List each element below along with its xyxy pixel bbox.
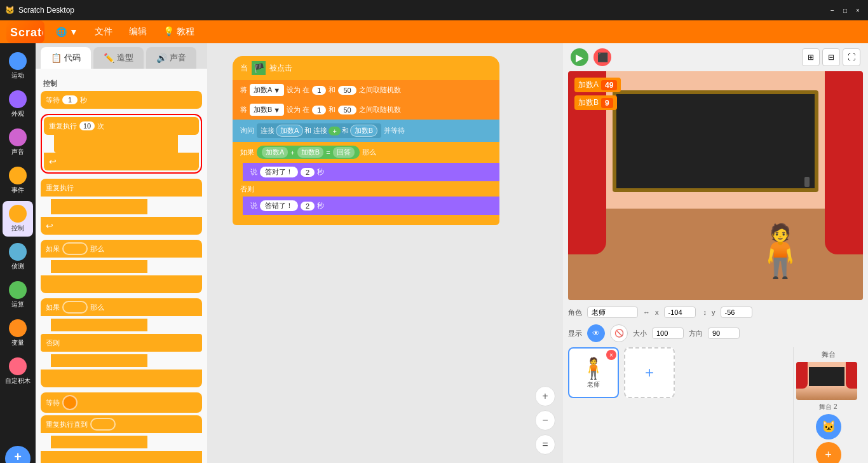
repeat-forever-block[interactable]: 重复执行 [41,179,202,197]
close-button[interactable]: × [853,5,863,15]
repeat-highlighted-block: 重复执行 10 次 ↩ [41,114,202,174]
window-controls: − □ × [827,5,863,15]
stage-character: 🧍 [749,154,812,281]
sidebar-item-events[interactable]: 事件 [3,163,33,198]
else-label: 否则 [233,181,499,197]
app-title: 🐱 Scratch Desktop [5,6,74,15]
script-container: 当 🏴 被点击 将 加数A▼ 设为 在 1 和 50 之间取随机数 [233,56,499,225]
var-b-display: 加数B 9 [574,95,617,110]
add-extension-button[interactable]: + [5,446,31,463]
edit-menu-label: 编辑 [129,26,147,38]
main-script: 当 🏴 被点击 将 加数A▼ 设为 在 1 和 50 之间取随机数 [233,56,499,225]
wait-until-block[interactable]: 等待 [41,392,202,413]
hat-block[interactable]: 当 🏴 被点击 [233,56,499,80]
dir-label: 方向 [689,329,703,338]
sprite-column: × 🧍 老师 + [568,347,788,398]
blocks-panel: 📋 代码 ✏️ 造型 🔊 声音 控制 [36,43,207,463]
stage-controls: ▶ ⬛ [571,48,611,66]
minimize-button[interactable]: − [827,5,837,15]
backdrop-label: 舞台 [796,350,860,359]
if-else-mid: 否则 [41,334,202,352]
tab-sound[interactable]: 🔊 声音 [146,47,196,69]
hide-button[interactable]: 🚫 [610,324,628,342]
tutorial-menu-label: 💡 教程 [163,26,194,38]
sprite-item-teacher[interactable]: × 🧍 老师 [568,347,619,398]
wait-block[interactable]: 等待 1 秒 [41,91,202,109]
if-cap [233,215,499,225]
if-else-block[interactable]: 如果 那么 [41,298,202,316]
tab-code[interactable]: 📋 代码 [41,47,91,69]
repeat-10-cap: ↩ [44,153,199,170]
maximize-button[interactable]: □ [840,5,850,15]
svg-text:Scratch: Scratch [10,26,43,39]
add-backdrop-button[interactable]: + [816,442,841,463]
sidebar-item-motion[interactable]: 运动 [3,48,33,84]
stage-header: ▶ ⬛ ⊞ ⊟ ⛶ [563,43,868,71]
sidebar-item-looks[interactable]: 外观 [3,86,33,122]
zoom-reset-button[interactable]: = [535,434,555,455]
app-title-text: Scratch Desktop [18,6,74,15]
tab-costume[interactable]: ✏️ 造型 [93,47,144,69]
size-input[interactable] [652,328,684,339]
dir-input[interactable] [708,328,740,339]
green-flag-button[interactable]: ▶ [571,48,588,66]
tutorial-menu[interactable]: 💡 教程 [158,24,200,40]
edit-menu[interactable]: 编辑 [124,24,152,40]
y-input[interactable] [721,307,752,318]
sidebar-item-sound[interactable]: 声音 [3,125,33,160]
add-sprite-button[interactable]: + [624,347,675,398]
ask-block[interactable]: 询问 连接 加数A 和 连接 + 和 加数B 并等待 [233,120,499,142]
sidebar-item-control[interactable]: 控制 [3,201,33,237]
show-button[interactable]: 👁 [587,324,605,342]
code-area: 当 🏴 被点击 将 加数A▼ 设为 在 1 和 50 之间取随机数 [207,43,563,463]
sprite-list-area: × 🧍 老师 + 舞台 [568,347,863,463]
stage-area: ▶ ⬛ ⊞ ⊟ ⛶ [563,43,868,463]
repeat-forever-cap: ↩ [41,217,202,235]
sprite-props-row2: 显示 👁 🚫 大小 方向 [568,322,863,345]
app-icon: 🐱 [5,6,15,15]
titlebar: 🐱 Scratch Desktop − □ × [0,0,868,20]
set-varb-block[interactable]: 将 加数B▼ 设为 在 1 和 50 之间取随机数 [233,100,499,120]
globe-arrow: ▼ [69,27,78,37]
if-else-cap [41,370,202,387]
role-name-input[interactable] [587,307,638,318]
backdrop-thumbnail[interactable] [796,362,857,400]
menubar: Scratch 🌐 ▼ 文件 编辑 💡 教程 [0,20,868,43]
set-vara-block[interactable]: 将 加数A▼ 设为 在 1 和 50 之间取随机数 [233,80,499,100]
stage-fullscreen-button[interactable]: ⛶ [843,48,860,66]
repeat-10-block[interactable]: 重复执行 10 次 [44,117,199,135]
blocks-content: 控制 等待 1 秒 重复执行 10 次 [36,69,207,463]
section-title: 控制 [43,79,202,88]
sidebar-item-custom[interactable]: 自定积木 [3,354,33,389]
repeat-until-cap [41,451,202,463]
if-then-cap [41,275,202,293]
blocks-list: 控制 等待 1 秒 重复执行 10 次 [36,69,207,463]
say-correct-block[interactable]: 说 答对了！ 2 秒 [243,163,499,181]
role-label: 角色 [568,308,582,317]
curtain-right [825,71,863,254]
repeat-until-block[interactable]: 重复执行直到 [41,415,202,433]
zoom-in-button[interactable]: + [535,386,555,406]
globe-icon: 🌐 [56,27,67,37]
stage-layout-controls: ⊞ ⊟ ⛶ [802,48,860,66]
file-menu[interactable]: 文件 [90,24,118,40]
x-input[interactable] [664,307,696,318]
sidebar-item-variables[interactable]: 变量 [3,315,33,351]
if-then-block[interactable]: 如果 那么 [41,240,202,258]
say-wrong-block[interactable]: 说 答错了！ 2 秒 [243,197,499,215]
stop-button[interactable]: ⬛ [593,48,611,66]
stage-medium-button[interactable]: ⊟ [822,48,840,66]
zoom-out-button[interactable]: − [535,410,555,431]
sprite-delete-button[interactable]: × [606,350,616,360]
stage-panel: 舞台 舞台 2 🐱 + [793,347,863,463]
stage-view: 🧍 加数A 49 加数B 9 [568,71,863,300]
cat-button[interactable]: 🐱 [816,414,841,439]
stage-small-button[interactable]: ⊞ [802,48,820,66]
sidebar-item-operators[interactable]: 运算 [3,277,33,313]
sprite-props: 角色 ↔ x ↕ y [568,303,863,322]
globe-menu[interactable]: 🌐 ▼ [51,24,83,39]
sidebar-item-sensing[interactable]: 侦测 [3,239,33,275]
var-a-display: 加数A 49 [574,78,621,92]
if-block-header[interactable]: 如果 加数A + 加数B = 回答 那么 [233,142,499,163]
tab-bar: 📋 代码 ✏️ 造型 🔊 声音 [36,43,207,69]
